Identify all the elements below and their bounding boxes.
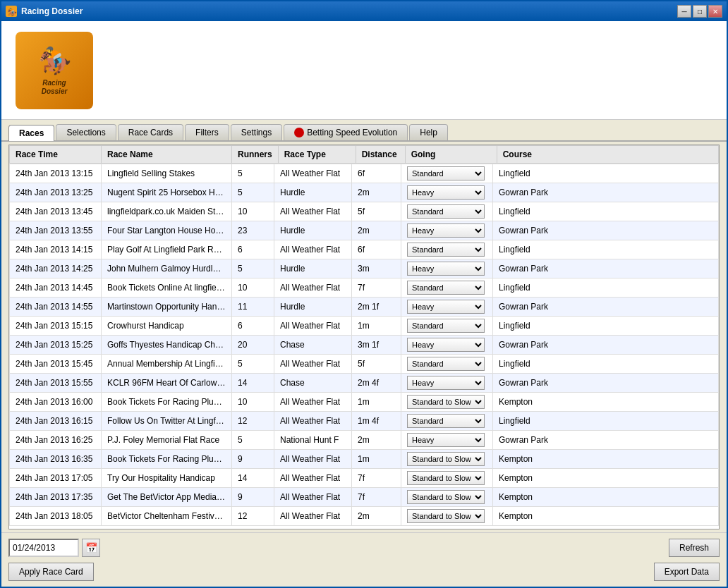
cell-going[interactable]: StandardHeavyStandard to SlowGoodSoftFir… (401, 355, 493, 374)
table-row: 24th Jan 2013 13:45 lingfieldpark.co.uk … (10, 202, 719, 221)
going-select[interactable]: StandardHeavyStandard to SlowGoodSoftFir… (407, 395, 485, 409)
apply-race-card-button[interactable]: Apply Race Card (8, 563, 94, 581)
table-row: 24th Jan 2013 18:05 BetVictor Cheltenham… (10, 507, 719, 526)
cell-time: 24th Jan 2013 15:45 (10, 355, 102, 374)
cell-going[interactable]: StandardHeavyStandard to SlowGoodSoftFir… (401, 259, 493, 278)
cell-name: Lingfield Selling Stakes (102, 164, 232, 183)
cell-dist: 7f (352, 488, 401, 507)
tab-filters[interactable]: Filters (185, 124, 229, 140)
cell-going[interactable]: StandardHeavyStandard to SlowGoodSoftFir… (401, 507, 493, 526)
bottom-right: Refresh (669, 539, 720, 557)
cell-dist: 2m 1f (352, 298, 401, 317)
going-select[interactable]: StandardHeavyStandard to SlowGoodSoftFir… (407, 376, 485, 390)
cell-course: Kempton (493, 393, 719, 412)
cell-type: All Weather Flat (274, 202, 352, 221)
cell-type: All Weather Flat (274, 488, 352, 507)
cell-time: 24th Jan 2013 18:05 (10, 507, 102, 526)
cell-going[interactable]: StandardHeavyStandard to SlowGoodSoftFir… (401, 298, 493, 317)
cell-course: Lingfield (493, 355, 719, 374)
calendar-button[interactable]: 📅 (82, 539, 100, 557)
cell-going[interactable]: StandardHeavyStandard to SlowGoodSoftFir… (401, 469, 493, 488)
cell-runners: 5 (232, 183, 274, 202)
race-table: Race Time Race Name Runners Race Type Di… (9, 145, 719, 164)
table-row: 24th Jan 2013 14:55 Martinstown Opportun… (10, 298, 719, 317)
cell-runners: 10 (232, 202, 274, 221)
cell-going[interactable]: StandardHeavyStandard to SlowGoodSoftFir… (401, 450, 493, 469)
going-select[interactable]: StandardHeavyStandard to SlowGoodSoftFir… (407, 509, 485, 523)
going-select[interactable]: StandardHeavyStandard to SlowGoodSoftFir… (407, 185, 485, 200)
cell-going[interactable]: StandardHeavyStandard to SlowGoodSoftFir… (401, 488, 493, 507)
cell-type: All Weather Flat (274, 317, 352, 336)
table-scroll[interactable]: 24th Jan 2013 13:15 Lingfield Selling St… (9, 164, 719, 529)
maximize-button[interactable]: □ (693, 5, 707, 18)
going-select[interactable]: StandardHeavyStandard to SlowGoodSoftFir… (407, 204, 485, 219)
tab-help[interactable]: Help (409, 124, 448, 140)
cell-course: Gowran Park (493, 259, 719, 278)
going-select[interactable]: StandardHeavyStandard to SlowGoodSoftFir… (407, 243, 485, 257)
cell-dist: 7f (352, 469, 401, 488)
tab-settings[interactable]: Settings (231, 124, 282, 140)
export-data-button[interactable]: Export Data (654, 563, 720, 581)
logo-label: Racing Dossier (42, 79, 68, 96)
date-input[interactable] (8, 539, 79, 557)
going-select[interactable]: StandardHeavyStandard to SlowGoodSoftFir… (407, 471, 485, 485)
cell-going[interactable]: StandardHeavyStandard to SlowGoodSoftFir… (401, 278, 493, 298)
cell-going[interactable]: StandardHeavyStandard to SlowGoodSoftFir… (401, 374, 493, 393)
cell-runners: 14 (232, 469, 274, 488)
going-select[interactable]: StandardHeavyStandard to SlowGoodSoftFir… (407, 433, 485, 447)
cell-name: lingfieldpark.co.uk Maiden Stakes (102, 202, 232, 221)
cell-going[interactable]: StandardHeavyStandard to SlowGoodSoftFir… (401, 412, 493, 431)
close-button[interactable]: ✕ (708, 5, 722, 18)
cell-time: 24th Jan 2013 13:15 (10, 164, 102, 183)
table-row: 24th Jan 2013 16:15 Follow Us On Twitter… (10, 412, 719, 431)
going-select[interactable]: StandardHeavyStandard to SlowGoodSoftFir… (407, 300, 485, 314)
going-select[interactable]: StandardHeavyStandard to SlowGoodSoftFir… (407, 281, 485, 295)
cell-course: Gowran Park (493, 336, 719, 355)
cell-name: KCLR 96FM Heart Of Carlow Kilke (102, 374, 232, 393)
cell-time: 24th Jan 2013 13:45 (10, 202, 102, 221)
going-select[interactable]: StandardHeavyStandard to SlowGoodSoftFir… (407, 319, 485, 333)
going-select[interactable]: StandardHeavyStandard to SlowGoodSoftFir… (407, 452, 485, 466)
table-row: 24th Jan 2013 16:35 Book Tickets For Rac… (10, 450, 719, 469)
col-header-runners: Runners (232, 146, 279, 164)
cell-type: All Weather Flat (274, 450, 352, 469)
going-select[interactable]: StandardHeavyStandard to SlowGoodSoftFir… (407, 490, 485, 504)
cell-name: Goffs Thyestes Handicap Chase (102, 336, 232, 355)
going-select[interactable]: StandardHeavyStandard to SlowGoodSoftFir… (407, 338, 485, 352)
tabs-bar: Races Selections Race Cards Filters Sett… (1, 120, 727, 142)
going-select[interactable]: StandardHeavyStandard to SlowGoodSoftFir… (407, 223, 485, 238)
cell-going[interactable]: StandardHeavyStandard to SlowGoodSoftFir… (401, 393, 493, 412)
cell-going[interactable]: StandardHeavyStandard to SlowGoodSoftFir… (401, 431, 493, 450)
cell-dist: 2m 4f (352, 374, 401, 393)
minimize-button[interactable]: ─ (677, 5, 691, 18)
going-select[interactable]: StandardHeavyStandard to SlowGoodSoftFir… (407, 166, 485, 180)
tab-race-cards[interactable]: Race Cards (118, 124, 183, 140)
cell-runners: 12 (232, 507, 274, 526)
bottom-bar: 📅 Refresh (1, 532, 727, 563)
cell-type: All Weather Flat (274, 393, 352, 412)
tab-races[interactable]: Races (8, 125, 54, 141)
tab-betting-speed[interactable]: Betting Speed Evolution (284, 124, 408, 140)
tab-selections[interactable]: Selections (56, 124, 116, 140)
going-select[interactable]: StandardHeavyStandard to SlowGoodSoftFir… (407, 414, 485, 428)
cell-going[interactable]: StandardHeavyStandard to SlowGoodSoftFir… (401, 202, 493, 221)
cell-course: Lingfield (493, 317, 719, 336)
cell-course: Gowran Park (493, 183, 719, 202)
cell-type: All Weather Flat (274, 355, 352, 374)
cell-dist: 3m 1f (352, 336, 401, 355)
col-header-type: Race Type (278, 146, 356, 164)
cell-course: Lingfield (493, 240, 719, 259)
going-select[interactable]: StandardHeavyStandard to SlowGoodSoftFir… (407, 262, 485, 276)
table-row: 24th Jan 2013 13:15 Lingfield Selling St… (10, 164, 719, 183)
cell-going[interactable]: StandardHeavyStandard to SlowGoodSoftFir… (401, 183, 493, 202)
cell-name: Follow Us On Twitter At LingfieldF (102, 412, 232, 431)
cell-going[interactable]: StandardHeavyStandard to SlowGoodSoftFir… (401, 336, 493, 355)
table-row: 24th Jan 2013 14:15 Play Golf At Lingfie… (10, 240, 719, 259)
refresh-button[interactable]: Refresh (669, 539, 720, 557)
cell-going[interactable]: StandardHeavyStandard to SlowGoodSoftFir… (401, 164, 493, 183)
cell-dist: 6f (352, 164, 401, 183)
going-select[interactable]: StandardHeavyStandard to SlowGoodSoftFir… (407, 357, 485, 371)
cell-going[interactable]: StandardHeavyStandard to SlowGoodSoftFir… (401, 240, 493, 259)
cell-going[interactable]: StandardHeavyStandard to SlowGoodSoftFir… (401, 317, 493, 336)
cell-going[interactable]: StandardHeavyStandard to SlowGoodSoftFir… (401, 221, 493, 240)
